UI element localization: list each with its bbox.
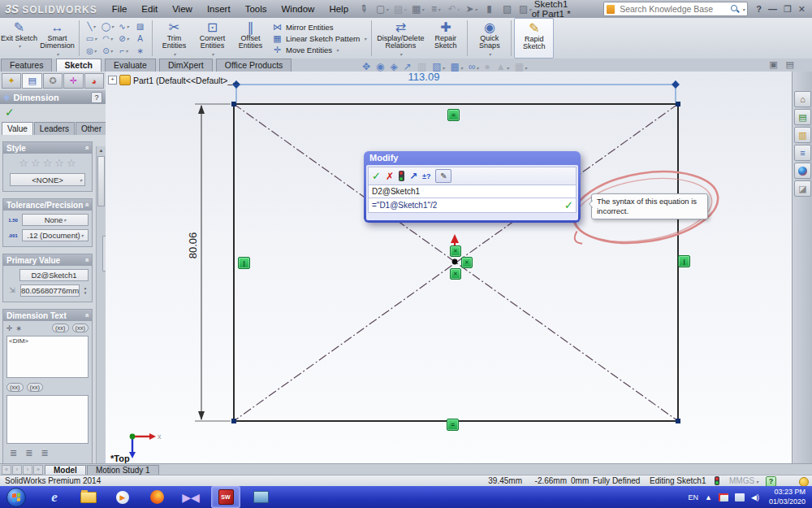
override-value-icon[interactable]: ⇲	[6, 287, 18, 294]
horizontal-constraint-icon[interactable]: =	[447, 419, 459, 431]
last-tab-icon[interactable]: »	[33, 465, 43, 475]
rebuild-traffic-light-icon[interactable]	[399, 171, 404, 181]
prev-tab-icon[interactable]: ‹	[12, 465, 22, 475]
fillet-tool[interactable]: ⌐▾	[116, 45, 132, 57]
tab-features[interactable]: Features	[1, 59, 52, 72]
menu-tools[interactable]: Tools	[239, 2, 274, 16]
toolbar-frame-icon[interactable]: ▣	[769, 59, 777, 70]
construction-geometry-tool[interactable]: ∗	[132, 45, 148, 57]
rebuild-icon[interactable]: ▮	[483, 3, 495, 15]
file-explorer-icon[interactable]: ▥	[794, 127, 811, 143]
units-dropdown-icon[interactable]: ▾	[756, 479, 758, 484]
dimension-text-box[interactable]: <DIM>	[6, 336, 89, 378]
offset-text-icon[interactable]: ∗	[16, 324, 23, 332]
trim-entities-button[interactable]: ✂ Trim Entities▾	[155, 18, 193, 59]
add-parenthesis-icon[interactable]: (xx)	[6, 383, 24, 392]
volume-icon[interactable]: ◀)	[751, 493, 759, 501]
solidworks-resources-icon[interactable]: ⌂	[794, 91, 811, 107]
point-tool[interactable]: ⊙▾	[100, 45, 115, 57]
tab-office-products[interactable]: Office Products	[216, 59, 292, 72]
primary-value-group-header[interactable]: Primary Value »	[3, 254, 92, 266]
dimension-name-field[interactable]: D2@Sketch1	[19, 269, 89, 281]
graphics-area[interactable]: 113.09 80.06 x	[106, 72, 792, 463]
propertymanager-tab[interactable]: ▤	[22, 73, 41, 89]
tab-evaluate[interactable]: Evaluate	[105, 59, 156, 72]
appearances-scenes-icon[interactable]	[794, 163, 811, 179]
vertex-point[interactable]	[676, 102, 680, 106]
hide-show-items-icon[interactable]: ∞▾	[469, 61, 479, 72]
internet-explorer-icon[interactable]: e	[41, 487, 68, 507]
sketch-picture-tool[interactable]: ▨	[132, 20, 148, 33]
modify-equation-field[interactable]: ="D1@Sketch1"/2 ✓	[368, 198, 577, 213]
accept-icon[interactable]: ✓	[372, 170, 381, 182]
justify-center-icon[interactable]: ≣	[25, 448, 32, 458]
media-player-classic-icon[interactable]: ▶◀	[177, 487, 205, 507]
vertical-constraint-icon[interactable]: |	[238, 257, 250, 269]
search-input[interactable]	[618, 3, 728, 15]
exit-sketch-button[interactable]: ✎ Exit Sketch▾	[0, 18, 38, 59]
dimension-text-group-header[interactable]: Dimension Text »	[3, 310, 92, 321]
circle-tool[interactable]: ◯▾	[100, 20, 115, 33]
equation-toggle-button[interactable]: ✎	[435, 169, 451, 183]
toolbar-panes-icon[interactable]: ▤	[786, 59, 794, 70]
menu-view[interactable]: View	[166, 2, 199, 16]
options-icon[interactable]: ▨▾	[519, 3, 531, 15]
slot-tool[interactable]: ◎▾	[84, 45, 99, 57]
vertex-point[interactable]	[231, 102, 236, 106]
spline-tool[interactable]: ∿▾	[116, 20, 132, 33]
repair-sketch-button[interactable]: ✚ Repair Sketch	[426, 18, 464, 59]
select-icon[interactable]: ➤▾	[465, 3, 477, 15]
origin-point[interactable]	[130, 434, 136, 440]
minimize-button[interactable]: —	[768, 4, 777, 15]
feature-tree-root[interactable]: + Part1 (Default<<Default>_...	[108, 75, 240, 85]
value-spinner[interactable]: ▴▾	[82, 286, 89, 295]
modify-dialog-title[interactable]: Modify	[366, 152, 578, 165]
cancel-icon[interactable]: ✗	[386, 171, 394, 182]
firefox-icon[interactable]	[143, 487, 171, 507]
vertex-point[interactable]	[231, 419, 236, 423]
scrollbar-thumb[interactable]	[97, 156, 105, 206]
mirror-entities-button[interactable]: ⋈ Mirror Entities	[272, 22, 366, 33]
panel-ok-button[interactable]: ✓	[0, 104, 106, 120]
help-icon[interactable]: ?	[756, 4, 762, 15]
vertical-constraint-icon[interactable]: |	[678, 255, 690, 267]
photo-viewer-icon[interactable]	[247, 487, 274, 507]
add-parenthesis-icon[interactable]: (xx)	[72, 323, 89, 332]
line-tool[interactable]: ╲▾	[84, 20, 99, 33]
display-delete-relations-button[interactable]: ⇄ Display/Delete Relations▾	[374, 18, 426, 59]
center-dimension-icon[interactable]: ✛	[6, 324, 13, 332]
menu-help[interactable]: Help	[322, 2, 355, 16]
units-label[interactable]: MMGS	[729, 476, 754, 485]
ellipse-tool[interactable]: ⊘▾	[116, 33, 132, 45]
rebuild-status-icon[interactable]	[715, 476, 719, 485]
tab-dimxpert[interactable]: DimXpert	[159, 59, 213, 72]
height-dimension-label[interactable]: 80.06	[187, 232, 199, 259]
first-tab-icon[interactable]: «	[2, 465, 11, 475]
design-library-icon[interactable]: ▤	[794, 109, 811, 125]
tab-other[interactable]: Other	[76, 122, 107, 135]
zoom-selection-icon[interactable]: ↗	[404, 61, 412, 72]
rectangle-tool[interactable]: ▭▾	[84, 33, 99, 45]
menu-file[interactable]: File	[106, 2, 134, 16]
style-dropdown[interactable]: <NONE>▾	[10, 173, 85, 186]
menu-insert[interactable]: Insert	[201, 2, 237, 16]
unit-precision-dropdown[interactable]: .12 (Document)▾	[22, 229, 89, 241]
custom-properties-icon[interactable]: ◪	[794, 180, 811, 197]
style-group-header[interactable]: Style »	[3, 142, 92, 154]
rapid-sketch-button[interactable]: ✎ Rapid Sketch	[514, 18, 554, 59]
load-style-icon[interactable]: ☆	[67, 157, 76, 169]
tab-value[interactable]: Value	[2, 122, 33, 135]
quick-snaps-button[interactable]: ◉ Quick Snaps▾	[470, 18, 508, 59]
modify-dimension-name[interactable]: D2@Sketch1	[368, 185, 577, 198]
pan-icon[interactable]: ✥	[362, 61, 370, 72]
save-icon[interactable]: ▦▾	[412, 3, 424, 15]
view-palette-icon[interactable]: ≡	[794, 145, 811, 161]
scene-icon[interactable]: ▲▾	[496, 61, 509, 72]
panel-help-icon[interactable]: ?	[91, 92, 102, 103]
linear-sketch-pattern-button[interactable]: ▦ Linear Sketch Pattern▾	[272, 33, 366, 44]
convert-entities-button[interactable]: ⊡ Convert Entities▾	[193, 18, 231, 59]
display-style-icon[interactable]: ▩▾	[451, 61, 463, 72]
next-tab-icon[interactable]: ›	[23, 465, 32, 475]
center-point[interactable]	[452, 259, 458, 265]
width-dimension-label[interactable]: 113.09	[408, 72, 440, 83]
